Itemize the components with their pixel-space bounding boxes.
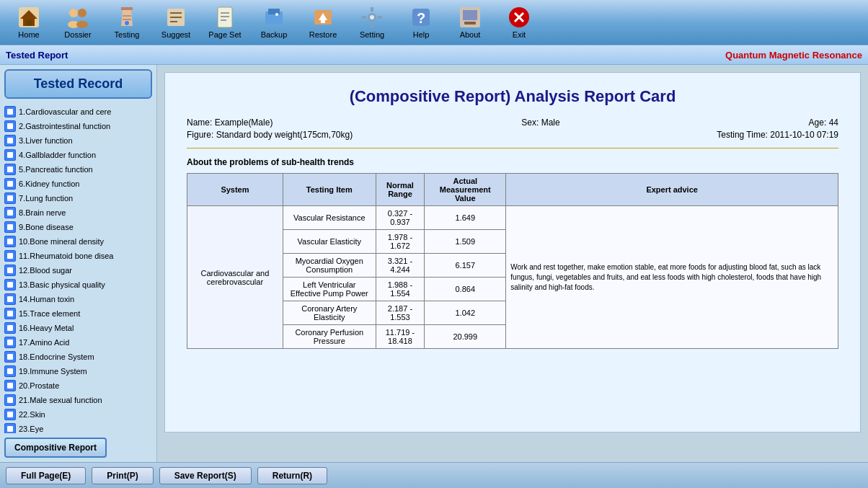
toolbar: Home Dossier Testing [0, 0, 868, 45]
sidebar-item-label: 18.Endocrine System [19, 352, 94, 361]
sidebar-item-label: 8.Brain nerve [19, 208, 66, 217]
svg-point-6 [76, 21, 88, 28]
sub-health-title: About the problems of sub-health trends [187, 157, 838, 167]
help-label: Help [413, 30, 430, 39]
sidebar-item-icon [4, 322, 16, 334]
table-header-row: System Testing Item Normal Range Actual … [187, 174, 838, 206]
print-button[interactable]: Print(P) [92, 467, 153, 484]
sidebar-item-label: 23.Eye [19, 425, 43, 433]
sidebar-item-7[interactable]: 7.Lung function [0, 191, 156, 205]
svg-rect-21 [268, 9, 280, 14]
name-field: Name: Example(Male) [187, 117, 273, 128]
help-button[interactable]: ? Help [398, 3, 444, 42]
sidebar-item-label: 9.Bone disease [19, 223, 74, 231]
sidebar-item-23[interactable]: 23.Eye [0, 422, 156, 433]
sidebar-item-icon [4, 265, 16, 276]
return-button[interactable]: Return(R) [257, 467, 327, 484]
exit-button[interactable]: Exit [496, 3, 542, 42]
sidebar-item-icon [4, 135, 16, 146]
sidebar-item-14[interactable]: 14.Human toxin [0, 292, 156, 306]
about-button[interactable]: About [447, 3, 493, 42]
expert-advice-cell: Work and rest together, make emotion sta… [506, 206, 838, 349]
page-set-icon [213, 6, 236, 29]
sidebar-item-22[interactable]: 22.Skin [0, 407, 156, 422]
sidebar-item-label: 11.Rheumatoid bone disea [19, 252, 113, 260]
svg-rect-25 [321, 20, 325, 23]
setting-button[interactable]: Setting [349, 3, 395, 42]
backup-icon [262, 6, 285, 29]
actual-value-cell: 1.649 [425, 206, 506, 230]
system-cell: Cardiovascular and cerebrovascular [187, 206, 283, 349]
sidebar-item-19[interactable]: 19.Immune System [0, 364, 156, 378]
dossier-button[interactable]: Dossier [55, 3, 101, 42]
sidebar-item-8[interactable]: 8.Brain nerve [0, 205, 156, 220]
sidebar-item-label: 19.Immune System [19, 367, 87, 376]
svg-point-27 [370, 15, 374, 19]
actual-value-cell: 0.864 [425, 278, 506, 301]
compositive-report-button[interactable]: Compositive Report [4, 438, 107, 458]
sidebar-item-3[interactable]: 3.Liver function [0, 133, 156, 148]
svg-rect-29 [371, 23, 373, 27]
home-label: Home [18, 30, 39, 39]
restore-button[interactable]: Restore [300, 3, 346, 42]
name-label: Name: [187, 117, 212, 128]
sidebar-item-icon [4, 337, 16, 348]
home-icon [17, 6, 40, 29]
sidebar-item-11[interactable]: 11.Rheumatoid bone disea [0, 249, 156, 263]
about-label: About [460, 30, 481, 39]
exit-icon [508, 6, 531, 29]
actual-value-cell: 1.509 [425, 230, 506, 254]
sidebar-item-13[interactable]: 13.Basic physical quality [0, 278, 156, 292]
sidebar-item-17[interactable]: 17.Amino Acid [0, 335, 156, 350]
svg-rect-36 [464, 22, 476, 25]
sidebar-item-2[interactable]: 2.Gastrointestinal function [0, 119, 156, 133]
sidebar-item-16[interactable]: 16.Heavy Metal [0, 321, 156, 335]
col-actual-value: Actual Measurement Value [425, 174, 506, 206]
dossier-label: Dossier [64, 30, 91, 39]
testing-button[interactable]: Testing [104, 3, 150, 42]
sidebar-item-4[interactable]: 4.Gallbladder function [0, 148, 156, 162]
sidebar-item-5[interactable]: 5.Pancreatic function [0, 162, 156, 177]
sidebar-item-21[interactable]: 21.Male sexual function [0, 393, 156, 407]
sidebar-item-icon [4, 351, 16, 363]
bottom-bar: Full Page(E) Print(P) Save Report(S) Ret… [0, 462, 868, 488]
sidebar-item-label: 5.Pancreatic function [19, 165, 93, 174]
svg-rect-2 [26, 20, 32, 26]
sidebar-item-9[interactable]: 9.Bone disease [0, 220, 156, 234]
svg-text:?: ? [417, 10, 425, 26]
svg-rect-7 [121, 7, 133, 10]
sidebar-item-18[interactable]: 18.Endocrine System [0, 350, 156, 364]
sidebar-item-icon [4, 380, 16, 391]
testing-icon [115, 6, 138, 29]
sidebar-item-10[interactable]: 10.Bone mineral density [0, 234, 156, 249]
analysis-table: System Testing Item Normal Range Actual … [187, 173, 838, 349]
save-report-button[interactable]: Save Report(S) [159, 467, 252, 484]
sidebar-item-1[interactable]: 1.Cardiovascular and cere [0, 105, 156, 119]
sidebar-item-12[interactable]: 12.Blood sugar [0, 263, 156, 278]
actual-value-cell: 20.999 [425, 325, 506, 349]
sidebar-item-20[interactable]: 20.Prostate [0, 378, 156, 393]
sidebar-item-label: 17.Amino Acid [19, 338, 69, 347]
name-value: Example(Male) [215, 117, 273, 128]
brand-label: Quantum Magnetic Resonance [725, 50, 862, 61]
page-set-button[interactable]: Page Set [202, 3, 248, 42]
sidebar-item-6[interactable]: 6.Kidney function [0, 177, 156, 191]
sidebar-list[interactable]: 1.Cardiovascular and cere2.Gastrointesti… [0, 103, 156, 433]
backup-button[interactable]: Backup [251, 3, 297, 42]
home-button[interactable]: Home [6, 3, 52, 42]
testing-item-cell: Coronary Artery Elasticity [283, 301, 376, 325]
testing-item-cell: Myocardial Oxygen Consumption [283, 254, 376, 278]
sidebar-item-icon [4, 106, 16, 117]
sex-value: Male [541, 117, 560, 128]
suggest-button[interactable]: Suggest [153, 3, 199, 42]
sidebar-item-15[interactable]: 15.Trace element [0, 306, 156, 321]
sidebar-item-icon [4, 365, 16, 377]
sidebar-item-icon [4, 164, 16, 175]
report-info: Name: Example(Male) Sex: Male Age: 44 [187, 117, 838, 148]
suggest-icon [164, 6, 187, 29]
full-page-button[interactable]: Full Page(E) [6, 467, 86, 484]
sidebar-item-icon [4, 279, 16, 290]
content-area: (Compositive Report) Analysis Report Car… [157, 65, 868, 462]
report-container[interactable]: (Compositive Report) Analysis Report Car… [157, 65, 868, 462]
sidebar: Tested Record 1.Cardiovascular and cere2… [0, 65, 157, 462]
